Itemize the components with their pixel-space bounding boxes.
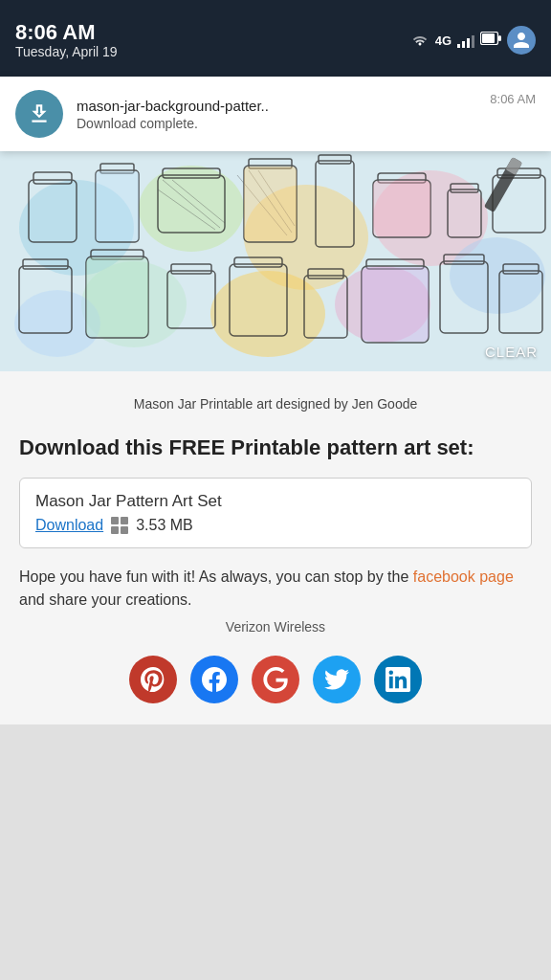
- article-body: Mason Jar Printable art designed by Jen …: [0, 371, 551, 724]
- 4g-icon: 4G: [435, 33, 452, 48]
- status-bar-left: 8:06 AM Tuesday, April 19: [15, 21, 118, 59]
- download-card-title: Mason Jar Pattern Art Set: [35, 492, 516, 511]
- svg-rect-2: [498, 35, 501, 41]
- battery-icon: [480, 32, 501, 49]
- main-content: CLEAR Mason Jar Printable art designed b…: [0, 151, 551, 724]
- status-icons: 4G: [410, 26, 536, 55]
- svg-point-10: [210, 271, 325, 357]
- pinterest-button[interactable]: [129, 656, 177, 703]
- google-plus-button[interactable]: [252, 656, 299, 703]
- svg-rect-54: [86, 257, 148, 337]
- notification-body: Download complete.: [77, 116, 476, 131]
- notification-title: mason-jar-background-patter..: [77, 98, 373, 114]
- facebook-button[interactable]: [190, 656, 238, 703]
- download-card-row: Download 3.53 MB: [35, 517, 516, 534]
- file-size: 3.53 MB: [136, 517, 193, 534]
- article-image-bg: [0, 151, 551, 371]
- image-caption: Mason Jar Printable art designed by Jen …: [19, 387, 532, 425]
- clear-button[interactable]: CLEAR: [485, 344, 538, 360]
- svg-rect-1: [482, 33, 495, 43]
- download-link[interactable]: Download: [35, 517, 103, 534]
- notification-content: mason-jar-background-patter.. Download c…: [77, 98, 476, 131]
- body-text-1: Hope you have fun with it! As always, yo…: [19, 568, 413, 585]
- body-text-2: and share your creations.: [19, 591, 192, 608]
- social-share-row: [19, 648, 532, 713]
- download-notification-icon: [15, 90, 63, 138]
- grid-icon: [111, 517, 128, 534]
- twitter-button[interactable]: [313, 656, 361, 703]
- verizon-label: Verizon Wireless: [19, 619, 532, 635]
- notification-time: 8:06 AM: [490, 90, 536, 106]
- status-time: 8:06 AM: [15, 21, 118, 44]
- body-paragraph: Hope you have fun with it! As always, yo…: [19, 566, 532, 612]
- linkedin-button[interactable]: [374, 656, 422, 703]
- jar-drawing-svg: [0, 151, 551, 371]
- notification-panel[interactable]: mason-jar-background-patter.. Download c…: [0, 77, 551, 151]
- status-date: Tuesday, April 19: [15, 44, 118, 59]
- user-avatar-icon[interactable]: [507, 26, 536, 55]
- facebook-link[interactable]: facebook page: [413, 568, 514, 585]
- download-card: Mason Jar Pattern Art Set Download 3.53 …: [19, 478, 532, 548]
- svg-rect-51: [96, 171, 139, 241]
- status-bar: 8:06 AM Tuesday, April 19 4G: [0, 0, 551, 77]
- article-image: CLEAR: [0, 151, 551, 371]
- wifi-icon: [410, 31, 430, 51]
- svg-point-8: [450, 237, 545, 314]
- svg-rect-55: [362, 267, 429, 342]
- download-headline: Download this FREE Printable pattern art…: [19, 434, 532, 462]
- svg-rect-52: [244, 167, 297, 241]
- signal-bars-icon: [457, 33, 474, 48]
- svg-rect-53: [373, 181, 430, 236]
